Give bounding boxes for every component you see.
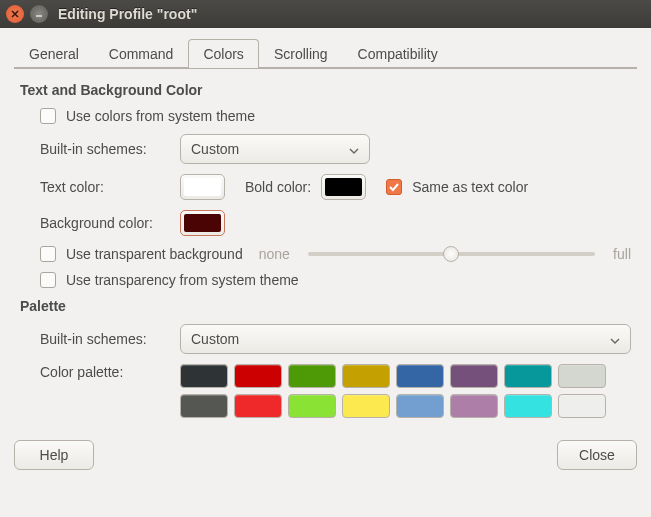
tab-colors[interactable]: Colors bbox=[188, 39, 258, 68]
palette-cell-6[interactable] bbox=[504, 364, 552, 388]
palette-cell-2[interactable] bbox=[288, 364, 336, 388]
select-palette-scheme[interactable]: Custom bbox=[180, 324, 631, 354]
palette-cell-8[interactable] bbox=[180, 394, 228, 418]
section-palette-title: Palette bbox=[20, 298, 631, 314]
swatch-bg-color[interactable] bbox=[180, 210, 225, 236]
label-transparent-bg: Use transparent background bbox=[66, 246, 243, 262]
swatch-bold-color[interactable] bbox=[321, 174, 366, 200]
palette-grid bbox=[180, 364, 606, 418]
slider-max-label: full bbox=[613, 246, 631, 262]
palette-cell-5[interactable] bbox=[450, 364, 498, 388]
label-builtin-schemes: Built-in schemes: bbox=[40, 141, 170, 157]
label-use-system-colors: Use colors from system theme bbox=[66, 108, 255, 124]
checkbox-use-system-colors[interactable] bbox=[40, 108, 56, 124]
palette-cell-9[interactable] bbox=[234, 394, 282, 418]
label-bold-color: Bold color: bbox=[245, 179, 311, 195]
palette-cell-1[interactable] bbox=[234, 364, 282, 388]
tab-scrolling[interactable]: Scrolling bbox=[259, 39, 343, 68]
tab-general[interactable]: General bbox=[14, 39, 94, 68]
titlebar: Editing Profile "root" bbox=[0, 0, 651, 28]
palette-cell-10[interactable] bbox=[288, 394, 336, 418]
palette-cell-4[interactable] bbox=[396, 364, 444, 388]
tab-compatibility[interactable]: Compatibility bbox=[343, 39, 453, 68]
minimize-icon[interactable] bbox=[30, 5, 48, 23]
chevron-down-icon bbox=[610, 331, 620, 347]
label-use-system-transparency: Use transparency from system theme bbox=[66, 272, 299, 288]
help-button[interactable]: Help bbox=[14, 440, 94, 470]
slider-thumb[interactable] bbox=[443, 246, 459, 262]
palette-cell-7[interactable] bbox=[558, 364, 606, 388]
close-button[interactable]: Close bbox=[557, 440, 637, 470]
palette-cell-15[interactable] bbox=[558, 394, 606, 418]
label-bg-color: Background color: bbox=[40, 215, 170, 231]
close-icon[interactable] bbox=[6, 5, 24, 23]
checkbox-use-system-transparency[interactable] bbox=[40, 272, 56, 288]
palette-cell-13[interactable] bbox=[450, 394, 498, 418]
swatch-text-color[interactable] bbox=[180, 174, 225, 200]
palette-cell-3[interactable] bbox=[342, 364, 390, 388]
section-text-bg-title: Text and Background Color bbox=[20, 82, 631, 98]
tab-bar: General Command Colors Scrolling Compati… bbox=[14, 39, 637, 69]
dialog-footer: Help Close bbox=[0, 440, 651, 484]
transparency-slider[interactable] bbox=[308, 252, 595, 256]
slider-min-label: none bbox=[259, 246, 290, 262]
palette-cell-12[interactable] bbox=[396, 394, 444, 418]
tab-panel-colors: Text and Background Color Use colors fro… bbox=[14, 67, 637, 434]
label-palette-schemes: Built-in schemes: bbox=[40, 331, 170, 347]
palette-cell-11[interactable] bbox=[342, 394, 390, 418]
label-same-as-text: Same as text color bbox=[412, 179, 528, 195]
palette-cell-0[interactable] bbox=[180, 364, 228, 388]
label-text-color: Text color: bbox=[40, 179, 170, 195]
select-text-scheme[interactable]: Custom bbox=[180, 134, 370, 164]
tab-command[interactable]: Command bbox=[94, 39, 189, 68]
checkbox-transparent-bg[interactable] bbox=[40, 246, 56, 262]
window-title: Editing Profile "root" bbox=[58, 6, 197, 22]
chevron-down-icon bbox=[349, 141, 359, 157]
label-color-palette: Color palette: bbox=[40, 364, 170, 380]
palette-cell-14[interactable] bbox=[504, 394, 552, 418]
checkbox-same-as-text[interactable] bbox=[386, 179, 402, 195]
